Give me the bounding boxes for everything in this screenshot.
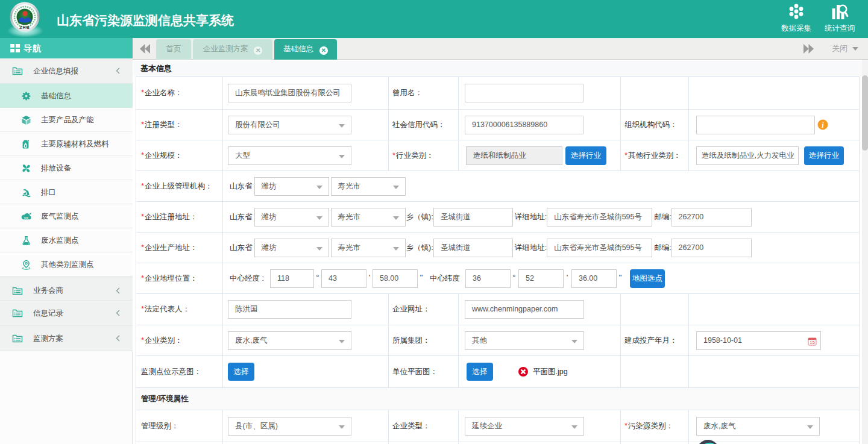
- svg-text:15: 15: [810, 340, 814, 345]
- svg-text:ZHB: ZHB: [19, 25, 30, 30]
- svg-text:co: co: [24, 216, 28, 219]
